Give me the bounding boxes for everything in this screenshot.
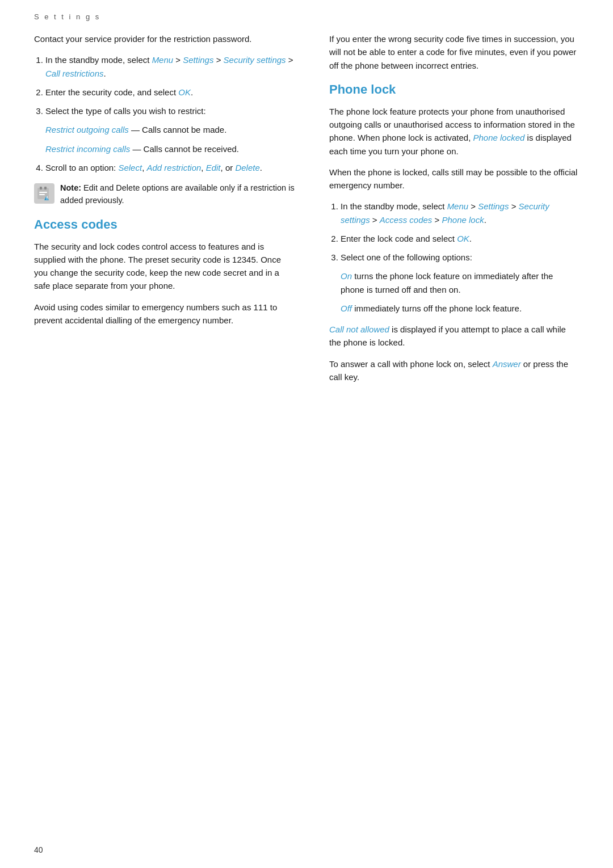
right-intro-para: If you enter the wrong security code fiv… — [329, 32, 579, 72]
left-column: Contact your service provider for the re… — [34, 32, 295, 845]
right-access-link: Access codes — [380, 215, 433, 225]
right-settings-link: Settings — [478, 201, 509, 211]
menu-link: Menu — [152, 55, 174, 65]
off-option-line: Off immediately turns off the phone lock… — [341, 302, 579, 315]
access-codes-title: Access codes — [34, 217, 295, 232]
access-para-1: The security and lock codes control acce… — [34, 240, 295, 293]
header-label: S e t t i n g s — [34, 12, 100, 21]
right-column: If you enter the wrong security code fiv… — [318, 32, 579, 845]
call-restrictions-link: Call restrictions — [45, 69, 104, 78]
add-restriction-link: Add restriction — [146, 163, 201, 172]
restrict-outgoing-line: Restrict outgoing calls — Calls cannot b… — [45, 123, 295, 136]
phone-lock-steps: In the standby mode, select Menu > Setti… — [341, 200, 579, 315]
svg-rect-3 — [39, 192, 47, 193]
call-not-allowed-para: Call not allowed is displayed if you att… — [329, 323, 579, 349]
svg-rect-1 — [40, 187, 42, 189]
step-1: In the standby mode, select Menu > Setti… — [45, 53, 295, 80]
page-header: S e t t i n g s — [0, 0, 613, 27]
right-menu-link: Menu — [447, 201, 469, 211]
svg-rect-5 — [47, 196, 48, 199]
svg-point-6 — [47, 199, 48, 200]
steps-list: In the standby mode, select Menu > Setti… — [45, 53, 295, 174]
phone-lock-options: On turns the phone lock feature on immed… — [341, 269, 579, 315]
on-option-line: On turns the phone lock feature on immed… — [341, 269, 579, 296]
phone-lock-step-3: Select one of the following options: On … — [341, 251, 579, 315]
answer-para: To answer a call with phone lock on, sel… — [329, 357, 579, 384]
security-settings-link: Security settings — [224, 55, 286, 65]
delete-link: Delete — [235, 163, 259, 172]
edit-link: Edit — [206, 163, 221, 172]
note-bold: Note: — [60, 183, 81, 192]
restrict-incoming-link: Restrict incoming calls — [45, 144, 130, 154]
phone-lock-step-2: Enter the lock code and select OK. — [341, 232, 579, 245]
options-block: Restrict outgoing calls — Calls cannot b… — [45, 123, 295, 155]
call-not-allowed-link: Call not allowed — [329, 325, 389, 334]
svg-rect-4 — [39, 194, 45, 195]
settings-link: Settings — [183, 55, 213, 65]
phone-lock-para2: When the phone is locked, calls still ma… — [329, 166, 579, 192]
step-2: Enter the security code, and select OK. — [45, 86, 295, 99]
ok-link-1: OK — [178, 87, 191, 97]
phone-locked-link: Phone locked — [473, 133, 525, 142]
step-3: Select the type of calls you wish to res… — [45, 104, 295, 155]
access-para-2: Avoid using codes similar to emergency n… — [34, 301, 295, 327]
step-4: Scroll to an option: Select, Add restric… — [45, 161, 295, 174]
intro-paragraph: Contact your service provider for the re… — [34, 32, 295, 45]
off-link: Off — [341, 304, 352, 313]
note-icon — [34, 183, 54, 204]
note-text: Note: Edit and Delete options are availa… — [60, 182, 295, 207]
on-link: On — [341, 271, 352, 281]
svg-rect-2 — [44, 187, 47, 189]
phone-lock-title: Phone lock — [329, 82, 579, 97]
note-box: Note: Edit and Delete options are availa… — [34, 182, 295, 207]
restrict-incoming-line: Restrict incoming calls — Calls cannot b… — [45, 142, 295, 155]
content-area: Contact your service provider for the re… — [0, 27, 613, 868]
restrict-outgoing-link: Restrict outgoing calls — [45, 125, 129, 134]
page-number: 40 — [34, 845, 43, 854]
phone-lock-step-1: In the standby mode, select Menu > Setti… — [341, 200, 579, 226]
page: S e t t i n g s Contact your service pro… — [0, 0, 613, 868]
phone-lock-para1: The phone lock feature protects your pho… — [329, 105, 579, 158]
right-phone-lock-link: Phone lock — [442, 215, 484, 225]
note-rest: Edit and Delete options are available on… — [60, 183, 295, 205]
select-link: Select — [118, 163, 142, 172]
answer-link: Answer — [493, 359, 521, 369]
right-ok-link: OK — [457, 234, 469, 243]
